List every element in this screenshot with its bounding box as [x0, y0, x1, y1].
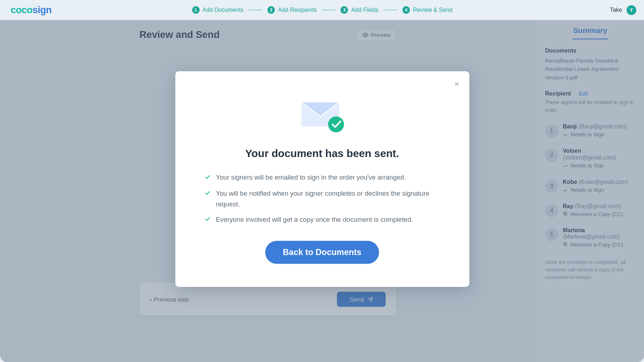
logo[interactable]: cocosign	[11, 4, 52, 16]
modal-bullet: Everyone involved will get a copy once t…	[204, 214, 440, 225]
step-add-documents[interactable]: 1 Add Documents	[192, 6, 243, 14]
avatar[interactable]: T	[626, 5, 636, 15]
step-review-send[interactable]: 4 Review & Send	[402, 6, 453, 14]
modal-bullet: You will be notified when your signer co…	[204, 188, 440, 209]
step-add-fields[interactable]: 3 Add Fields	[341, 6, 379, 14]
modal-title: Your document has been sent.	[202, 147, 443, 160]
back-to-documents-button[interactable]: Back to Documents	[265, 241, 379, 264]
check-icon	[204, 188, 210, 209]
close-icon[interactable]: ×	[454, 79, 459, 88]
step-label: Review & Send	[413, 7, 452, 14]
step-label: Add Fields	[351, 7, 379, 14]
check-icon	[204, 214, 210, 225]
stepper: 1 Add Documents 2 Add Recipients 3 Add F…	[192, 0, 452, 20]
check-icon	[204, 172, 210, 183]
sent-modal: × Your document has been sent. Your sign…	[175, 71, 469, 287]
envelope-success-icon	[298, 99, 346, 134]
modal-bullet: Your signers will be emailed to sign in …	[204, 172, 440, 183]
step-add-recipients[interactable]: 2 Add Recipients	[267, 6, 317, 14]
step-label: Add Recipients	[278, 7, 317, 14]
username[interactable]: Take	[610, 7, 622, 14]
svg-point-7	[328, 116, 344, 132]
step-label: Add Documents	[203, 7, 243, 14]
